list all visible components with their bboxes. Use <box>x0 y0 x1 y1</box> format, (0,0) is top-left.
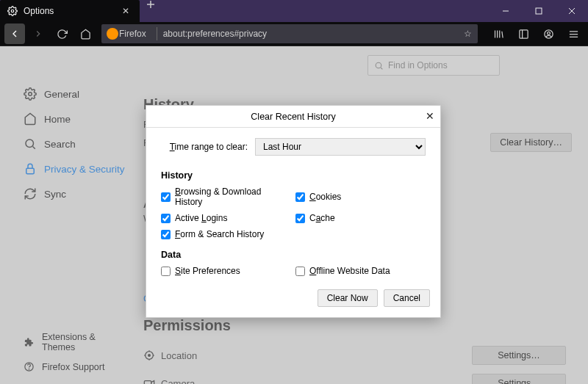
svg-rect-2 <box>519 29 527 37</box>
check-siteprefs[interactable]: Site Preferences <box>161 266 291 276</box>
new-tab-button[interactable] <box>140 0 162 9</box>
cancel-button[interactable]: Cancel <box>384 289 430 307</box>
svg-rect-1 <box>536 8 542 14</box>
back-button[interactable] <box>4 23 25 44</box>
menu-button[interactable] <box>563 23 584 44</box>
dialog-close-button[interactable]: ✕ <box>426 110 434 122</box>
url-brand: Firefox <box>119 29 146 39</box>
maximize-button[interactable] <box>522 0 555 22</box>
browser-tab[interactable]: Options ✕ <box>0 0 140 22</box>
check-form[interactable]: Form & Search History <box>161 229 291 239</box>
check-cache[interactable]: Cache <box>295 213 426 223</box>
dialog-title-bar: Clear Recent History ✕ <box>146 106 440 128</box>
separator <box>157 27 157 40</box>
svg-point-4 <box>547 32 550 35</box>
window-controls <box>489 0 588 22</box>
close-window-button[interactable] <box>555 0 588 22</box>
gear-icon <box>7 6 18 16</box>
url-bar[interactable]: Firefox about:preferences#privacy ☆ <box>101 24 478 43</box>
check-cookies[interactable]: Cookies <box>295 186 426 207</box>
account-button[interactable] <box>538 23 559 44</box>
time-range-select[interactable]: Last Hour <box>255 138 426 156</box>
sidebar-button[interactable] <box>513 23 534 44</box>
home-button[interactable] <box>75 23 96 44</box>
data-section-heading: Data <box>161 250 426 260</box>
svg-point-0 <box>11 10 14 12</box>
time-range-label: Time range to clear: <box>161 142 248 152</box>
tab-title: Options <box>24 6 119 16</box>
dialog-title: Clear Recent History <box>251 112 335 122</box>
history-section-heading: History <box>161 170 426 181</box>
clear-history-dialog: Clear Recent History ✕ Time range to cle… <box>146 105 441 318</box>
check-logins[interactable]: Active Logins <box>161 213 291 223</box>
library-button[interactable] <box>488 23 509 44</box>
reload-button[interactable] <box>51 23 72 44</box>
minimize-button[interactable] <box>489 0 522 22</box>
check-browsing[interactable]: Browsing & Download History <box>161 186 291 207</box>
bookmark-star-icon[interactable]: ☆ <box>464 29 472 39</box>
url-text: about:preferences#privacy <box>163 29 464 39</box>
tab-close-button[interactable]: ✕ <box>119 4 132 18</box>
check-offline[interactable]: Offline Website Data <box>295 266 426 276</box>
firefox-icon <box>107 29 118 39</box>
title-bar: Options ✕ <box>0 0 588 22</box>
forward-button[interactable] <box>28 23 49 44</box>
clear-now-button[interactable]: Clear Now <box>318 289 378 307</box>
navigation-toolbar: Firefox about:preferences#privacy ☆ <box>0 22 588 46</box>
